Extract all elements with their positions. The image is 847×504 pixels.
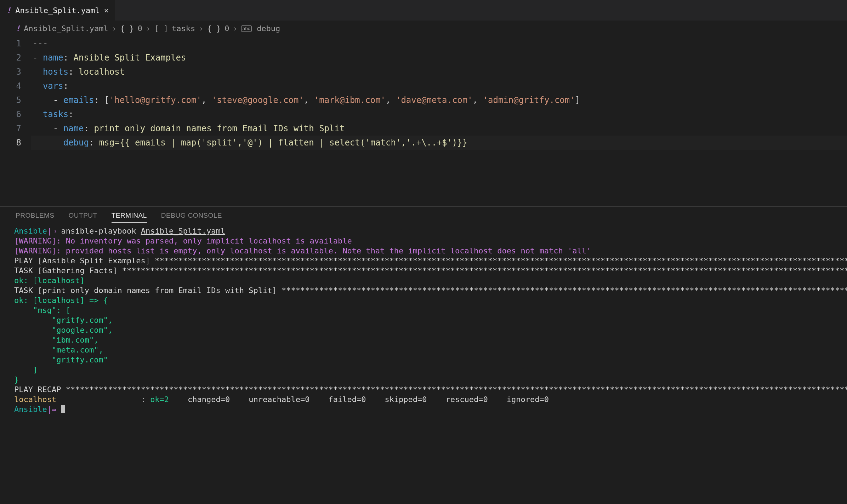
breadcrumb-segment[interactable]: 0 — [224, 24, 229, 33]
bottom-panel: PROBLEMS OUTPUT TERMINAL DEBUG CONSOLE A… — [0, 206, 847, 504]
close-icon[interactable]: × — [104, 6, 109, 15]
tab-filename: Ansible_Split.yaml — [15, 6, 100, 15]
panel-tabs: PROBLEMS OUTPUT TERMINAL DEBUG CONSOLE — [0, 207, 847, 223]
chevron-right-icon: › — [146, 24, 150, 33]
object-icon: { } — [120, 24, 134, 33]
line-gutter: 12345678 — [0, 36, 31, 150]
tab-output[interactable]: OUTPUT — [69, 212, 97, 223]
breadcrumb-segment[interactable]: debug — [257, 24, 280, 33]
breadcrumb[interactable]: ! Ansible_Split.yaml › { } 0 › [ ] tasks… — [0, 21, 847, 35]
yaml-file-icon: ! — [6, 6, 11, 15]
breadcrumb-segment[interactable]: tasks — [172, 24, 195, 33]
breadcrumb-segment[interactable]: 0 — [138, 24, 142, 33]
chevron-right-icon: › — [199, 24, 203, 33]
terminal-output[interactable]: Ansible|⇒ ansible-playbook Ansible_Split… — [0, 223, 847, 504]
chevron-right-icon: › — [233, 24, 237, 33]
chevron-right-icon: › — [112, 24, 116, 33]
yaml-file-icon: ! — [16, 24, 20, 33]
editor-tab[interactable]: ! Ansible_Split.yaml × — [0, 0, 115, 21]
tab-bar: ! Ansible_Split.yaml × — [0, 0, 847, 21]
tab-debug-console[interactable]: DEBUG CONSOLE — [161, 212, 222, 223]
tab-problems[interactable]: PROBLEMS — [16, 212, 55, 223]
array-icon: [ ] — [154, 24, 168, 33]
code-content[interactable]: ---- name: Ansible Split Examples hosts:… — [31, 36, 847, 150]
code-editor[interactable]: 12345678 ---- name: Ansible Split Exampl… — [0, 35, 847, 206]
string-icon: abc — [241, 25, 252, 32]
breadcrumb-file[interactable]: Ansible_Split.yaml — [24, 24, 108, 33]
object-icon: { } — [207, 24, 221, 33]
tab-terminal[interactable]: TERMINAL — [112, 212, 147, 223]
